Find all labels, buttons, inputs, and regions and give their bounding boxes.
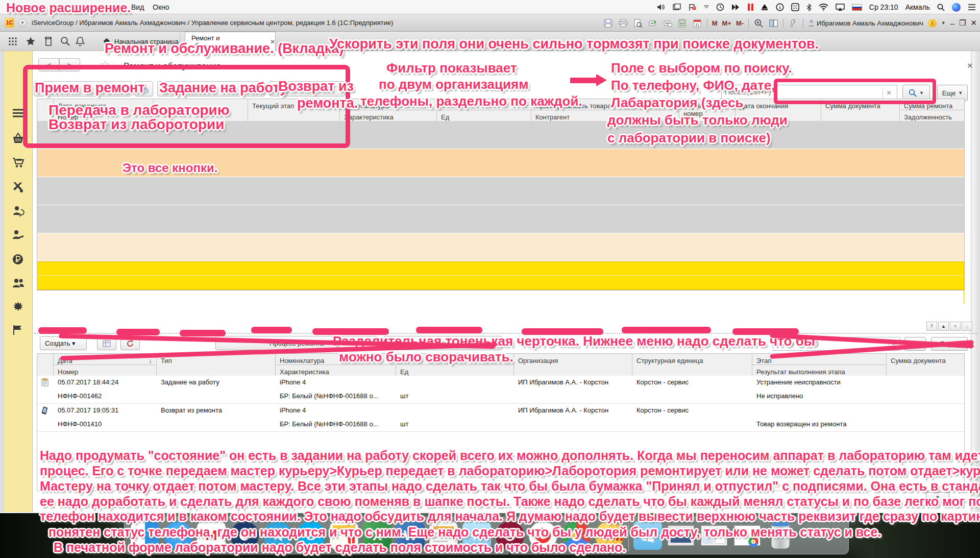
staff-icon[interactable] bbox=[12, 278, 24, 290]
main-menu-icon[interactable] bbox=[8, 36, 18, 48]
menu-view[interactable]: Вид bbox=[131, 3, 144, 11]
annotation-all-buttons: Это все кнопки. bbox=[122, 161, 217, 175]
vertical-scrollbar[interactable] bbox=[971, 51, 976, 512]
col2-org[interactable]: Организация bbox=[514, 354, 632, 376]
government-icon[interactable] bbox=[12, 301, 24, 314]
col2-result[interactable]: Результат выполнения этапа bbox=[752, 365, 887, 376]
info-circle-icon[interactable]: i bbox=[776, 3, 784, 11]
go-up-button[interactable]: ▲ bbox=[938, 322, 949, 331]
maximize-button[interactable]: ❐ bbox=[959, 18, 966, 28]
preview-icon[interactable] bbox=[633, 18, 643, 28]
annotation-search-5: с лаборатории в поиске) bbox=[607, 130, 771, 146]
menubar-clock[interactable]: Ср 23:10 bbox=[869, 3, 898, 11]
crm-client-icon[interactable] bbox=[12, 206, 24, 219]
wifi-icon[interactable] bbox=[819, 4, 828, 11]
airplay-icon[interactable] bbox=[836, 4, 845, 11]
document-row[interactable]: 05.07.2017 16:23:53Прием в ремонтВозврат… bbox=[37, 177, 964, 205]
info-badge-icon[interactable]: i bbox=[928, 19, 937, 28]
history-icon[interactable] bbox=[44, 36, 53, 48]
spotlight-icon[interactable] bbox=[937, 4, 945, 11]
grid-app-icon[interactable] bbox=[791, 3, 799, 11]
bluetooth-icon[interactable] bbox=[806, 4, 812, 11]
add-link-icon[interactable] bbox=[648, 18, 658, 28]
annotation-btn3a: Возврат из bbox=[278, 79, 354, 94]
titlebar-user[interactable]: Ибрагимов Акмаль Ахмаджонович bbox=[808, 19, 923, 27]
money-ruble-icon[interactable] bbox=[12, 254, 23, 267]
annotation-tab: Ремонт и обслуживание. (Вкладка) bbox=[105, 41, 344, 57]
col-debt[interactable]: Задолженность bbox=[900, 110, 964, 121]
worker-icon[interactable] bbox=[12, 230, 24, 243]
col2-type[interactable]: Тип bbox=[157, 354, 276, 376]
split-view-icon[interactable] bbox=[768, 18, 778, 28]
search-tab-icon[interactable] bbox=[60, 36, 70, 48]
keyboard-icon[interactable] bbox=[673, 4, 681, 11]
window-left-edge bbox=[0, 51, 4, 512]
purchases-cart-icon[interactable] bbox=[12, 157, 24, 170]
go-down-button[interactable]: ▼ bbox=[950, 322, 961, 331]
memory-mplus-button[interactable]: M+ bbox=[722, 19, 731, 27]
annotation-par-5: телефон находится и в каком состоянии. Э… bbox=[40, 509, 980, 524]
menu-window[interactable]: Окно bbox=[153, 3, 169, 11]
document-row[interactable]: 05.07.2017 17:24:30Прием в ремонтПрием в… bbox=[37, 233, 964, 261]
annotation-filter-1: Фильтр показывает bbox=[386, 60, 517, 76]
col2-char[interactable]: Характеристика bbox=[276, 365, 396, 376]
memory-mminus-button[interactable]: M- bbox=[736, 19, 744, 27]
repair-tools-icon[interactable] bbox=[12, 182, 24, 195]
annotation-filter-2: по двум организациям bbox=[379, 77, 528, 92]
annotation-par-2: процес. Его с точке передаем мастер курь… bbox=[40, 464, 980, 478]
chevron-small-icon[interactable] bbox=[704, 5, 709, 9]
annotation-btn1: Прием в ремонт bbox=[35, 80, 145, 96]
col2-number[interactable]: Номер bbox=[54, 365, 157, 376]
menubar-user[interactable]: Акмаль bbox=[905, 3, 930, 11]
col2-sum[interactable]: Сумма документа bbox=[887, 354, 964, 376]
volume-icon[interactable] bbox=[657, 4, 666, 11]
annotation-par-1: Надо продумать "состояние" он есть в зад… bbox=[40, 448, 980, 463]
titlebar-menu-caret[interactable]: ▼ bbox=[18, 19, 27, 27]
chevrons-icon[interactable] bbox=[731, 4, 741, 11]
go-bottom-button[interactable]: ⤓ bbox=[962, 322, 972, 331]
document-row[interactable]: 05.07.2017 18:43:13Прием в ремонтВозврат… bbox=[37, 261, 964, 290]
annotation-par-3: Мастеру на точку отдает потом мастеру. В… bbox=[40, 479, 980, 494]
calculator-icon[interactable] bbox=[677, 18, 688, 28]
flag-disabled-icon[interactable] bbox=[688, 4, 697, 11]
close-button[interactable]: ✕ bbox=[970, 18, 977, 28]
window-title: iServiceGroup / Ибрагимов Акмаль Ахмаджо… bbox=[32, 19, 393, 27]
form-close-icon[interactable]: ✕ bbox=[967, 61, 973, 70]
titlebar-caret-down[interactable]: ▼ bbox=[941, 20, 946, 26]
col-char[interactable]: Характеристика bbox=[340, 110, 437, 121]
document-row[interactable]: 05.07.2017 16:49:41Прием в ремонтВозврат… bbox=[37, 205, 964, 233]
calendar-icon[interactable]: 31 bbox=[692, 18, 702, 28]
annotation-search-3: Лабаратория (здесь bbox=[611, 95, 743, 111]
settings-wrench-icon[interactable] bbox=[788, 18, 798, 28]
annotation-filter-3: телефоны, раздельно по каждой. bbox=[360, 93, 582, 109]
annotation-search-1: Поле с выбором по поиску. bbox=[611, 60, 792, 76]
annotation-menubar: Новое расширение. bbox=[6, 1, 131, 15]
window-titlebar[interactable]: 1С ▼ iServiceGroup / Ибрагимов Акмаль Ах… bbox=[0, 14, 980, 32]
minimize-button[interactable]: – bbox=[950, 19, 954, 28]
memory-m-button[interactable]: M bbox=[712, 19, 718, 27]
save-icon[interactable] bbox=[603, 18, 614, 28]
siri-icon[interactable] bbox=[952, 3, 961, 12]
clock-app-icon[interactable] bbox=[716, 3, 724, 11]
language-flag-icon[interactable] bbox=[852, 4, 862, 11]
annotation-search-4: должны быть только люди bbox=[607, 112, 788, 128]
annotation-btn3b: ремонта. bbox=[297, 95, 358, 111]
favorites-star-icon[interactable] bbox=[26, 36, 36, 48]
related-document-row[interactable]: 05.07.2017 18:44:24Задание на работуiPho… bbox=[37, 376, 964, 404]
col-unit[interactable]: Ед bbox=[437, 110, 531, 121]
open-link-icon[interactable] bbox=[663, 18, 673, 28]
col2-division[interactable]: Структурная единица bbox=[632, 354, 752, 376]
go-top-button[interactable]: ⤒ bbox=[926, 322, 937, 331]
related-document-row[interactable]: 05.07.2017 19:05:31Возврат из ремонтаiPh… bbox=[37, 404, 964, 432]
flag-icon[interactable] bbox=[12, 325, 23, 337]
col2-unit[interactable]: Ед bbox=[396, 365, 514, 376]
notifications-bell-icon[interactable] bbox=[76, 36, 85, 48]
sales-basket-icon[interactable] bbox=[12, 133, 24, 145]
notification-center-icon[interactable] bbox=[968, 4, 976, 11]
print-icon[interactable] bbox=[618, 18, 628, 28]
annotation-search-2: По телефону, ФИО, дате, bbox=[611, 78, 775, 93]
zoom-icon[interactable] bbox=[753, 18, 764, 28]
drive-icon[interactable] bbox=[761, 4, 769, 11]
macos-menubar: Вид Окно i Ср 23:10 Акмаль bbox=[0, 0, 980, 14]
pause-icon[interactable] bbox=[748, 4, 753, 11]
